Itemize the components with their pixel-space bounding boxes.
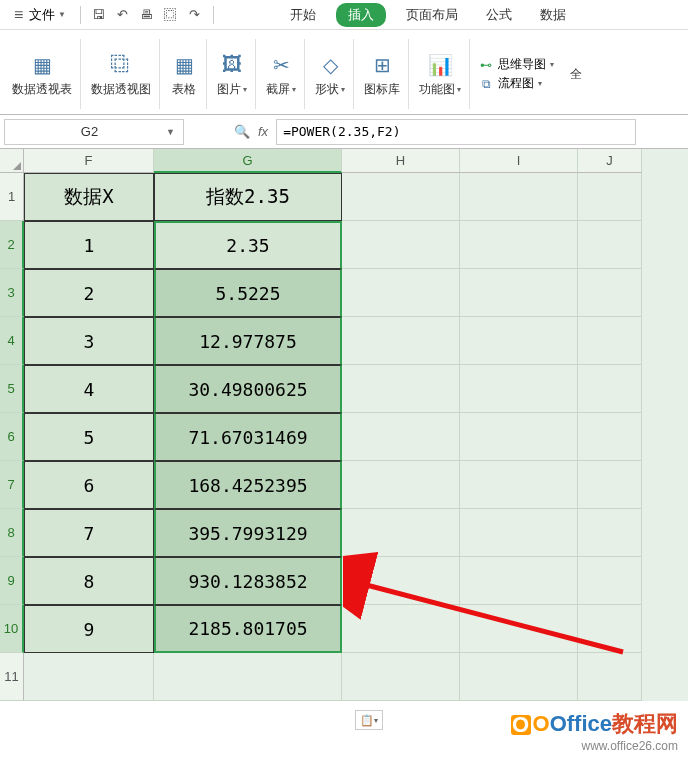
formula-input[interactable]: =POWER(2.35,F2) [276,119,636,145]
cell-I6[interactable] [460,413,578,461]
cell-J4[interactable] [578,317,642,365]
row-header-9[interactable]: 9 [0,557,24,605]
cell-G1[interactable]: 指数2.35 [154,173,342,221]
cell-F6[interactable]: 5 [24,413,154,461]
cell-G11[interactable] [154,653,342,701]
cell-I2[interactable] [460,221,578,269]
paste-options-button[interactable]: 📋▾ [355,710,383,730]
cell-J3[interactable] [578,269,642,317]
tab-insert[interactable]: 插入 [336,3,386,27]
cell-H10[interactable] [342,605,460,653]
cell-G8[interactable]: 395.7993129 [154,509,342,557]
row-header-2[interactable]: 2 [0,221,24,269]
col-header-G[interactable]: G [154,149,342,173]
function-chart-button[interactable]: 📊 功能图▾ [411,39,470,109]
cell-G5[interactable]: 30.49800625 [154,365,342,413]
cell-G6[interactable]: 71.67031469 [154,413,342,461]
tab-formula[interactable]: 公式 [478,2,520,28]
cell-J8[interactable] [578,509,642,557]
col-header-F[interactable]: F [24,149,154,173]
cell-H8[interactable] [342,509,460,557]
cell-F9[interactable]: 8 [24,557,154,605]
iconlib-button[interactable]: ⊞ 图标库 [356,39,409,109]
pivot-table-button[interactable]: ▦ 数据透视表 [4,39,81,109]
cell-J5[interactable] [578,365,642,413]
tab-data[interactable]: 数据 [532,2,574,28]
cell-I7[interactable] [460,461,578,509]
zoom-icon[interactable]: 🔍 [234,124,250,139]
cell-I8[interactable] [460,509,578,557]
cell-J11[interactable] [578,653,642,701]
row-header-5[interactable]: 5 [0,365,24,413]
fx-icon[interactable]: fx [258,124,268,139]
cell-G10[interactable]: 2185.801705 [154,605,342,653]
cell-H11[interactable] [342,653,460,701]
cell-J2[interactable] [578,221,642,269]
cell-H2[interactable] [342,221,460,269]
select-all-corner[interactable] [0,149,24,173]
cell-J6[interactable] [578,413,642,461]
cell-I10[interactable] [460,605,578,653]
undo-icon[interactable]: ↶ [113,5,133,25]
cell-F2[interactable]: 1 [24,221,154,269]
cell-F5[interactable]: 4 [24,365,154,413]
cell-J10[interactable] [578,605,642,653]
cell-J7[interactable] [578,461,642,509]
print-icon[interactable]: 🖶 [137,5,157,25]
row-header-4[interactable]: 4 [0,317,24,365]
tab-layout[interactable]: 页面布局 [398,2,466,28]
table-button[interactable]: ▦ 表格 [162,39,207,109]
cell-H6[interactable] [342,413,460,461]
cell-J1[interactable] [578,173,642,221]
row-header-11[interactable]: 11 [0,653,24,701]
row-header-6[interactable]: 6 [0,413,24,461]
screenshot-button[interactable]: ✂ 截屏▾ [258,39,305,109]
cell-H3[interactable] [342,269,460,317]
cell-F1[interactable]: 数据X [24,173,154,221]
redo-icon[interactable]: ↷ [185,5,205,25]
col-header-J[interactable]: J [578,149,642,173]
cell-G7[interactable]: 168.4252395 [154,461,342,509]
col-header-H[interactable]: H [342,149,460,173]
cell-F11[interactable] [24,653,154,701]
row-header-3[interactable]: 3 [0,269,24,317]
cell-H4[interactable] [342,317,460,365]
row-header-10[interactable]: 10 [0,605,24,653]
name-box[interactable]: G2 ▼ [4,119,184,145]
cell-G9[interactable]: 930.1283852 [154,557,342,605]
cell-H1[interactable] [342,173,460,221]
cell-I9[interactable] [460,557,578,605]
file-menu-button[interactable]: 文件 ▼ [8,4,72,26]
cell-I5[interactable] [460,365,578,413]
tab-start[interactable]: 开始 [282,2,324,28]
cell-F4[interactable]: 3 [24,317,154,365]
save-icon[interactable]: 🖫 [89,5,109,25]
flowchart-button[interactable]: ⧉ 流程图 ▾ [478,75,554,92]
row-header-1[interactable]: 1 [0,173,24,221]
cell-I3[interactable] [460,269,578,317]
row-header-8[interactable]: 8 [0,509,24,557]
cell-F7[interactable]: 6 [24,461,154,509]
cell-I4[interactable] [460,317,578,365]
cell-I1[interactable] [460,173,578,221]
spreadsheet-grid[interactable]: F G H I J 1 数据X 指数2.35 2 1 2.35 3 2 5.52… [0,149,688,701]
cell-F10[interactable]: 9 [24,605,154,653]
print-preview-icon[interactable]: ⿴ [161,5,181,25]
cell-J9[interactable] [578,557,642,605]
cell-G2[interactable]: 2.35 [154,221,342,269]
cell-H5[interactable] [342,365,460,413]
cell-F8[interactable]: 7 [24,509,154,557]
cell-G4[interactable]: 12.977875 [154,317,342,365]
cell-I11[interactable] [460,653,578,701]
picture-button[interactable]: 🖼 图片▾ [209,39,256,109]
cell-F3[interactable]: 2 [24,269,154,317]
cell-H7[interactable] [342,461,460,509]
col-header-I[interactable]: I [460,149,578,173]
row-header-7[interactable]: 7 [0,461,24,509]
pivot-chart-button[interactable]: ⿻ 数据透视图 [83,39,160,109]
shape-button[interactable]: ◇ 形状▾ [307,39,354,109]
cell-H9[interactable] [342,557,460,605]
mindmap-button[interactable]: ⊷ 思维导图 ▾ [478,56,554,73]
more-button[interactable]: 全 [562,39,590,109]
cell-G3[interactable]: 5.5225 [154,269,342,317]
